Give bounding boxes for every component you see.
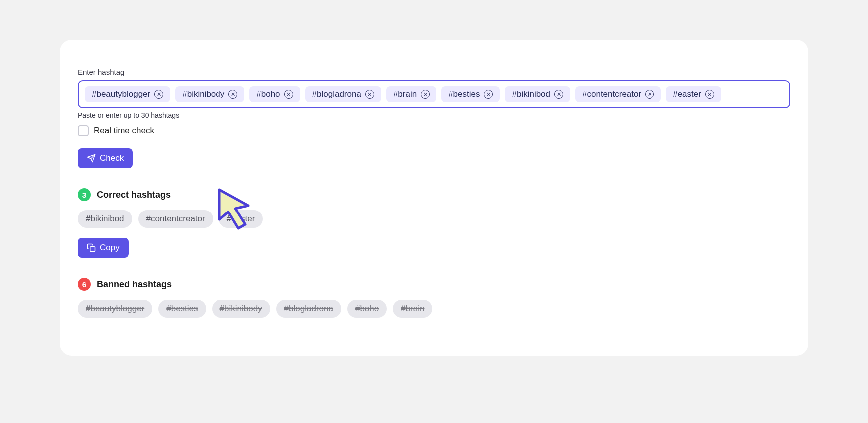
hashtag-tag-text: #bikinibody	[182, 89, 224, 99]
banned-section-title: Banned hashtags	[97, 279, 172, 290]
hashtag-tag: #beautyblogger✕	[85, 86, 170, 102]
copy-button-label: Copy	[100, 243, 120, 253]
remove-tag-icon[interactable]: ✕	[705, 90, 714, 99]
remove-tag-icon[interactable]: ✕	[365, 90, 374, 99]
hashtag-tag: #contentcreator✕	[575, 86, 661, 102]
input-helper: Paste or enter up to 30 hashtags	[78, 111, 790, 119]
hashtag-tag-text: #bikinibod	[512, 89, 550, 99]
correct-hashtag-pill: #easter	[219, 210, 263, 228]
correct-count-badge: 3	[78, 188, 91, 201]
remove-tag-icon[interactable]: ✕	[645, 90, 654, 99]
copy-icon	[87, 243, 96, 252]
hashtag-tag: #brain✕	[386, 86, 436, 102]
send-icon	[87, 154, 96, 163]
banned-hashtag-pill: #bikinibody	[212, 300, 270, 318]
banned-section-header: 6 Banned hashtags	[78, 278, 790, 291]
remove-tag-icon[interactable]: ✕	[284, 90, 293, 99]
hashtag-tag: #besties✕	[441, 86, 500, 102]
correct-section-title: Correct hashtags	[97, 190, 171, 200]
remove-tag-icon[interactable]: ✕	[484, 90, 493, 99]
banned-hashtags-row: #beautyblogger#besties#bikinibody#blogla…	[78, 300, 790, 318]
copy-button[interactable]: Copy	[78, 238, 129, 258]
banned-hashtag-pill: #blogladrona	[276, 300, 341, 318]
realtime-checkbox-label: Real time check	[94, 126, 154, 136]
hashtag-tag: #easter✕	[666, 86, 721, 102]
hashtag-tag: #blogladrona✕	[305, 86, 381, 102]
input-label: Enter hashtag	[78, 68, 790, 76]
hashtag-tag-text: #boho	[256, 89, 280, 99]
remove-tag-icon[interactable]: ✕	[228, 90, 237, 99]
hashtag-tag-text: #beautyblogger	[92, 89, 150, 99]
check-button-label: Check	[100, 153, 124, 163]
realtime-check-row: Real time check	[78, 125, 790, 136]
remove-tag-icon[interactable]: ✕	[421, 90, 430, 99]
correct-hashtag-pill: #bikinibod	[78, 210, 132, 228]
hashtag-input-field[interactable]: #beautyblogger✕#bikinibody✕#boho✕#blogla…	[78, 80, 790, 108]
hashtag-tag: #boho✕	[249, 86, 300, 102]
banned-hashtag-pill: #besties	[158, 300, 206, 318]
correct-section-header: 3 Correct hashtags	[78, 188, 790, 201]
remove-tag-icon[interactable]: ✕	[554, 90, 563, 99]
hashtag-tag-text: #easter	[673, 89, 701, 99]
correct-hashtag-pill: #contentcreator	[138, 210, 213, 228]
hashtag-tag-text: #blogladrona	[312, 89, 361, 99]
svg-rect-2	[90, 247, 95, 252]
banned-count-badge: 6	[78, 278, 91, 291]
hashtag-tag-text: #contentcreator	[582, 89, 641, 99]
hashtag-checker-card: Enter hashtag #beautyblogger✕#bikinibody…	[60, 40, 808, 356]
remove-tag-icon[interactable]: ✕	[154, 90, 163, 99]
banned-hashtag-pill: #boho	[347, 300, 387, 318]
correct-hashtags-row: #bikinibod#contentcreator#easter	[78, 210, 790, 228]
check-button[interactable]: Check	[78, 148, 133, 168]
hashtag-tag-text: #besties	[448, 89, 480, 99]
banned-hashtag-pill: #beautyblogger	[78, 300, 152, 318]
hashtag-tag: #bikinibod✕	[505, 86, 570, 102]
hashtag-tag-text: #brain	[393, 89, 417, 99]
hashtag-tag: #bikinibody✕	[175, 86, 244, 102]
banned-hashtag-pill: #brain	[393, 300, 432, 318]
realtime-checkbox[interactable]	[78, 125, 89, 136]
